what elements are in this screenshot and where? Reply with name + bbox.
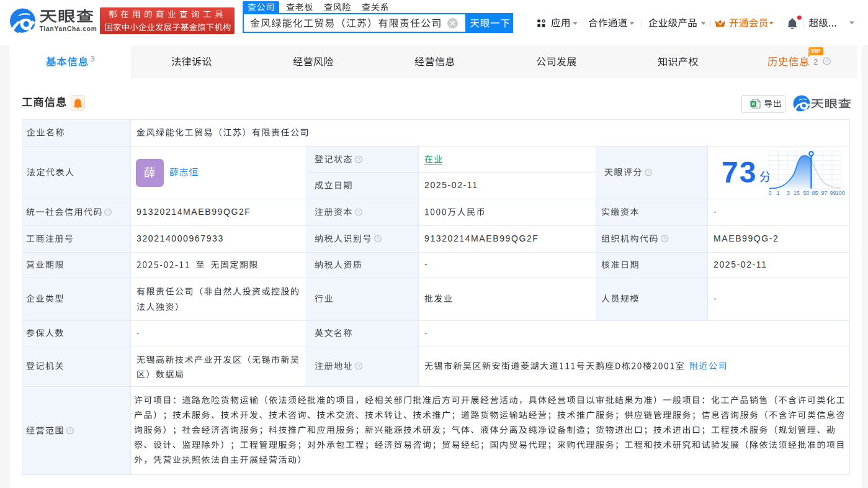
- svg-text:?: ?: [663, 236, 666, 242]
- svg-text:?: ?: [647, 169, 650, 175]
- svg-text:?: ?: [357, 363, 360, 369]
- svg-text:?: ?: [825, 59, 828, 65]
- svg-text:?: ?: [377, 236, 380, 242]
- svg-text:?: ?: [357, 156, 360, 162]
- svg-text:?: ?: [107, 209, 110, 215]
- svg-text:?: ?: [69, 428, 72, 433]
- svg-text:?: ?: [357, 209, 360, 215]
